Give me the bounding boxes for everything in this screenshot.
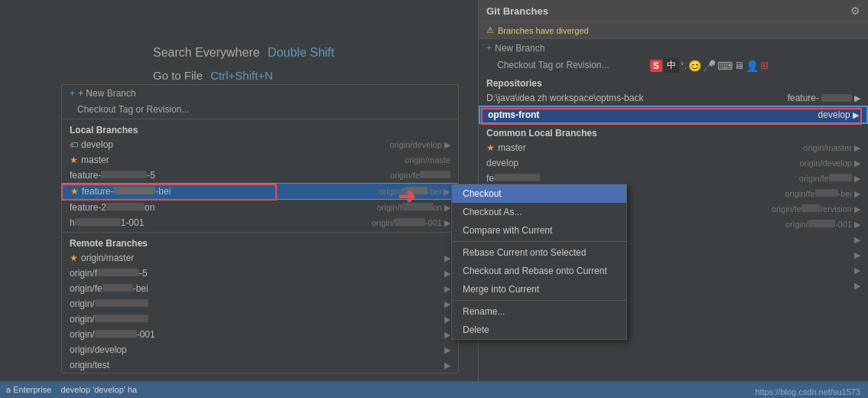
common-local-header: Common Local Branches	[479, 124, 868, 140]
emoji-icon: 😊	[688, 60, 701, 72]
bottom-branch-text: develop 'develop' ha	[61, 385, 138, 394]
remote-arrow-origin-develop: ▶	[444, 345, 450, 355]
common-remote-origin-develop: ▶	[854, 266, 860, 276]
common-remote-h001: origin/-001 ▶	[785, 220, 860, 230]
plus-icon-right: +	[486, 43, 492, 54]
branch-item-master[interactable]: ★ master origin/maste	[62, 152, 458, 168]
remote-name-origin-develop: origin/develop	[70, 344, 127, 355]
arrow-indicator: ➜	[398, 184, 415, 209]
search-shortcut: Double Shift	[268, 46, 334, 59]
remote-branch-origin-test[interactable]: origin/test ▶	[62, 357, 458, 373]
plus-icon: +	[70, 88, 75, 99]
search-everywhere: Search Everywhere Double Shift	[153, 46, 334, 60]
bottom-left-text: a Enterprise develop 'develop' ha	[6, 385, 137, 394]
common-branch-develop[interactable]: develop origin/develop ▶	[479, 155, 868, 171]
repo1-branch-info: feature- ▶	[788, 93, 860, 103]
ctx-merge[interactable]: Merge into Current	[452, 280, 626, 298]
ctx-checkout-rebase[interactable]: Checkout and Rebase onto Current	[452, 262, 626, 280]
common-name-fe: fe	[486, 173, 540, 184]
goto-shortcut: Ctrl+Shift+N	[210, 69, 273, 82]
ctx-rename[interactable]: Rename...	[452, 302, 626, 321]
remote-name-origin-f5: origin/f-5	[70, 268, 148, 279]
remote-branch-origin-develop[interactable]: origin/develop ▶	[62, 342, 458, 357]
panel-header: Git Branches ⚙	[479, 0, 868, 22]
branch-remote-h001: origin/-001 ▶	[372, 218, 450, 228]
left-branches-panel: + + New Branch Checkout Tag or Revision.…	[61, 84, 459, 374]
repo-name-optms-front: optms-front	[488, 109, 539, 120]
divider2	[62, 232, 458, 233]
branch-item-develop[interactable]: 🏷 develop origin/develop ▶	[62, 137, 458, 152]
common-remote-feature-interface: origin/fe/ervision ▶	[772, 204, 860, 214]
star-icon-common-master: ★	[486, 142, 495, 153]
remote-name-origin-master: origin/master	[81, 253, 134, 263]
remote-arrow-origin1: ▶	[444, 299, 450, 309]
new-branch-label: + New Branch	[78, 88, 136, 99]
remote-name-origin1: origin/	[70, 298, 148, 309]
branch-name-develop: develop	[81, 139, 113, 150]
repo-item-optms-front[interactable]: optms-front develop ▶	[479, 106, 868, 124]
branch-item-h001[interactable]: h1-001 origin/-001 ▶	[62, 215, 458, 230]
repo-item-optms-back[interactable]: D:\java\idea zh workspace\optms-back fea…	[479, 90, 868, 106]
tag-icon: 🏷	[70, 140, 78, 149]
goto-text: Go to File	[153, 69, 203, 82]
left-new-branch-button[interactable]: + + New Branch	[62, 85, 458, 102]
ctx-rebase[interactable]: Rebase Current onto Selected	[452, 243, 626, 262]
remote-arrow-fe-bei: ▶	[444, 284, 450, 294]
common-branch-master[interactable]: ★ master origin/master ▶	[479, 140, 868, 155]
gear-icon[interactable]: ⚙	[850, 5, 860, 17]
remote-branches-header: Remote Branches	[62, 234, 458, 250]
branch-remote-feature1: origin/fe	[390, 171, 450, 180]
remote-arrow-origin-test: ▶	[444, 360, 450, 370]
ctx-divider2	[452, 300, 626, 301]
remote-branch-origin-001[interactable]: origin/-001 ▶	[62, 327, 458, 342]
common-remote-origin-test: ▶	[854, 281, 860, 291]
remote-branch-origin-f5[interactable]: origin/f-5 ▶	[62, 266, 458, 281]
repositories-header: Repositories	[479, 74, 868, 90]
remote-branch-origin2[interactable]: origin/ ▶	[62, 312, 458, 327]
branch-item-feature1[interactable]: feature--5 origin/fe	[62, 168, 458, 183]
repo2-branch-name: develop	[818, 109, 850, 120]
common-remote-master: origin/master ▶	[803, 143, 860, 153]
remote-arrow-origin-master: ▶	[444, 253, 450, 263]
ctx-divider1	[452, 241, 626, 242]
local-branches-header: Local Branches	[62, 121, 458, 137]
branch-name-feature2: feature-2on	[70, 202, 154, 213]
grid-icon: ⊞	[760, 60, 769, 71]
goto-file: Go to File Ctrl+Shift+N	[153, 69, 273, 82]
remote-arrow-origin-001: ▶	[444, 330, 450, 340]
remote-name-origin-fe-bei: origin/fe-bei	[70, 283, 148, 294]
person-icon: 👤	[746, 60, 759, 72]
ctx-compare-current[interactable]: Compare with Current	[452, 221, 626, 240]
right-new-branch-label: New Branch	[495, 43, 545, 54]
common-remote-origin-blurred: ▶	[854, 235, 860, 245]
remote-name-origin-test: origin/test	[70, 360, 109, 370]
remote-branch-origin1[interactable]: origin/ ▶	[62, 296, 458, 312]
monitor-icon: 🖥	[734, 60, 744, 71]
common-name-develop: develop	[486, 158, 519, 168]
ctx-checkout-as[interactable]: Checkout As...	[452, 203, 626, 221]
left-checkout-tag-button[interactable]: Checkout Tag or Revision...	[62, 102, 458, 117]
keyboard-icon: ⌨	[717, 60, 733, 72]
branch-name-feature-bei: feature--bei	[82, 186, 171, 197]
remote-branch-origin-master[interactable]: ★ origin/master ▶	[62, 250, 458, 266]
remote-name-origin2: origin/	[70, 314, 148, 325]
branch-remote-master: origin/maste	[405, 155, 450, 165]
remote-branch-origin-fe-bei[interactable]: origin/fe-bei ▶	[62, 281, 458, 296]
right-new-branch-button[interactable]: + New Branch	[479, 39, 868, 57]
branch-remote-develop: origin/develop ▶	[389, 140, 450, 150]
bottom-bar: a Enterprise develop 'develop' ha	[0, 381, 868, 398]
ctx-checkout[interactable]: Checkout	[452, 184, 626, 203]
repo1-arrow: ▶	[854, 93, 860, 103]
repo-name-optms-back: D:\java\idea zh workspace\optms-back	[486, 93, 643, 103]
star-icon-feature-bei: ★	[70, 186, 79, 197]
diverged-banner: ⚠ Branches have diverged	[479, 22, 868, 39]
bottom-url: https://blog.csdn.net/su1573	[755, 387, 860, 396]
sougou-icon: S	[650, 60, 662, 72]
remote-name-origin-001: origin/-001	[70, 329, 155, 340]
bottom-app-text: a Enterprise	[6, 385, 51, 394]
repo2-branch-info: develop ▶	[818, 109, 859, 120]
ctx-delete[interactable]: Delete	[452, 321, 626, 339]
input-icons-area: S 中 °. 😊 🎤 ⌨ 🖥 👤 ⊞	[650, 58, 769, 73]
panel-title: Git Branches	[486, 5, 548, 17]
remote-arrow-origin2: ▶	[444, 315, 450, 325]
